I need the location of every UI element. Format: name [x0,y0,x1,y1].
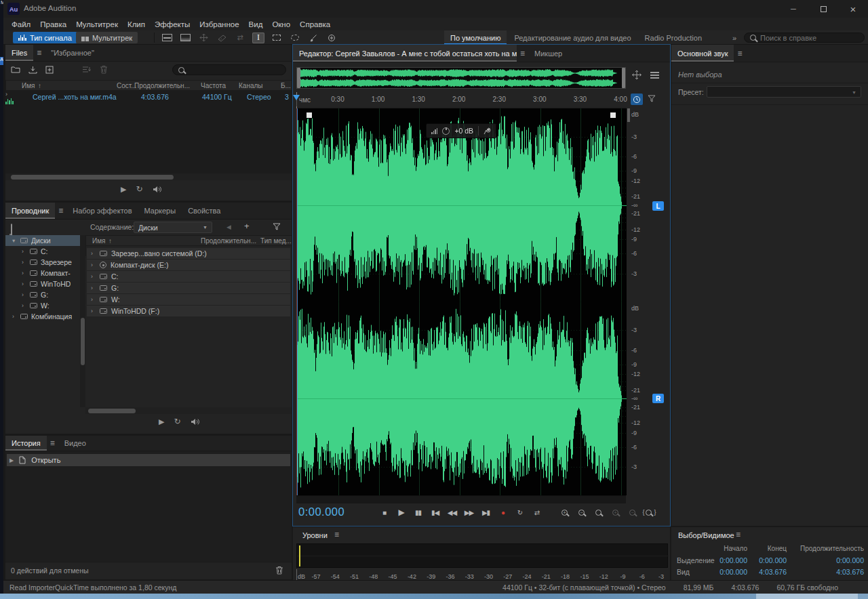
tree-item[interactable]: ›W: [5,300,80,311]
new-item-icon[interactable] [45,66,54,74]
files-search-box[interactable] [172,64,286,75]
zoom-selection-button[interactable]: {} [641,505,658,519]
tab-files[interactable]: Files [5,45,33,61]
preview-play-icon[interactable]: ▶ [159,417,164,426]
scrollbar-thumb[interactable] [81,318,85,365]
multitrack-button[interactable]: Мультитрек [76,32,138,43]
panel-menu-icon[interactable]: ≡ [732,530,744,539]
tab-essential-sound[interactable]: Основной звук [671,45,734,62]
maximize-button[interactable] [808,0,838,18]
menu-item[interactable]: Справка [295,19,335,30]
skip-to-previous-button[interactable]: ▮◀ [427,505,443,519]
expander-icon[interactable]: › [91,296,96,303]
pan-navigate-icon[interactable] [631,70,642,80]
file-name[interactable]: Сергей ...хоть на миг.m4a [33,93,117,101]
auto-play-speaker-icon[interactable] [153,186,162,193]
workspace-overflow-chevron[interactable]: » [729,33,740,43]
zoom-in-time-button[interactable]: + [556,505,573,519]
snap-toggle[interactable] [631,94,643,105]
menu-item[interactable]: Клип [123,19,150,30]
overview-strip[interactable] [296,67,626,89]
waveform-type-button[interactable]: Тип сигнала [13,32,77,43]
preview-loop-icon[interactable]: ↻ [136,184,142,194]
trash-icon[interactable] [100,65,108,74]
playhead-marker[interactable] [293,95,300,100]
stop-button[interactable]: ■ [376,505,393,519]
expander-icon[interactable]: › [22,270,26,276]
panel-menu-icon[interactable]: ≡ [33,45,45,61]
overview-right-handle[interactable] [622,68,625,88]
time-selection-tool-icon[interactable]: I [252,33,264,43]
menu-item[interactable]: Избранное [195,19,243,30]
expander-icon[interactable]: › [91,262,96,268]
time-value[interactable]: 0:00.000 [712,556,787,564]
files-hscroll-track[interactable] [5,173,292,180]
zoom-full-button[interactable] [590,505,607,519]
time-value[interactable]: 4:03.676 [712,568,787,576]
tab-history[interactable]: История [5,436,47,451]
list-item[interactable]: ›C: [87,271,290,282]
back-icon[interactable]: ◀ [226,224,231,230]
tree-item[interactable]: ›G: [5,289,80,300]
panel-menu-icon[interactable]: ≡ [331,530,342,539]
tab-markers[interactable]: Маркеры [138,203,182,219]
marquee-selection-tool-icon[interactable] [271,33,283,43]
levels-title[interactable]: Уровни [302,531,328,539]
tab-video[interactable]: Видео [58,436,92,451]
loop-playback-button[interactable]: ↻ [511,505,528,519]
list-item[interactable]: ›Зарезер...вано системой (D:) [87,248,290,259]
auto-play-speaker-icon[interactable] [191,418,200,426]
slip-tool-icon[interactable]: ⇄ [234,33,246,43]
expander-icon[interactable]: › [12,313,17,320]
list-item[interactable]: ›WinToHDD (F:) [87,306,290,316]
list-item[interactable]: ›Компакт-диск (E:) [87,260,290,270]
tree-item[interactable]: ▾Диски [5,235,80,246]
spot-healing-brush-tool-icon[interactable] [326,33,338,43]
workspace-radio-production[interactable]: Radio Production [639,30,708,45]
column-header[interactable]: Имя [22,82,35,89]
tab-media-browser[interactable]: Проводник [5,203,55,219]
tree-item[interactable]: ›C: [5,246,80,257]
expander-icon[interactable]: › [91,308,96,314]
zoom-out-time-button[interactable]: − [573,505,590,519]
panel-menu-icon[interactable]: ≡ [55,203,66,219]
preset-dropdown[interactable]: ▼ [707,86,861,98]
import-file-icon[interactable] [28,66,37,74]
minimize-button[interactable]: ─ [778,0,808,18]
hud-gain-value[interactable]: +0 dB [454,127,473,135]
close-button[interactable]: × [838,0,868,18]
waveform-display[interactable]: +0 dB [296,108,626,495]
overview-left-handle[interactable] [297,68,300,88]
menu-item[interactable]: Вид [244,19,268,30]
history-item[interactable]: ▶Открыть [7,454,290,466]
column-header[interactable]: Б... [281,82,291,89]
channel-right-badge[interactable]: R [652,394,664,403]
column-header[interactable]: Частота [201,82,226,89]
paintbrush-tool-icon[interactable] [307,33,319,43]
filter-funnel-icon[interactable] [273,223,281,231]
menu-item[interactable]: Мультитрек [71,19,123,30]
tree-vscroll-track[interactable] [80,235,85,407]
selection-view-title[interactable]: Выбор/Видимое [678,531,734,539]
waveform-editor-view-icon[interactable] [161,33,173,43]
tab-editor[interactable]: Редактор: Сергей Завьялов - А мне с тобо… [293,45,517,62]
tree-item[interactable]: ›WinToHD [5,278,80,289]
skip-selection-button[interactable]: ⇄ [528,505,545,519]
timeline-ruler[interactable]: чмс0:301:001:302:002:303:003:304:00 [296,92,626,108]
column-header[interactable]: Продолжительн... [134,82,190,89]
open-folder-icon[interactable] [11,66,20,73]
fast-forward-button[interactable]: ▶▶ [460,505,477,519]
expander-icon[interactable]: › [91,273,96,280]
expander-icon[interactable]: › [91,250,96,257]
waveform-canvas[interactable] [297,108,627,495]
level-meter[interactable] [296,543,668,568]
tab-mixer[interactable]: Микшер [528,45,568,62]
razor-tool-icon[interactable] [216,33,228,43]
workspace-default[interactable]: По умолчанию [444,30,507,45]
column-header[interactable]: Тип мед... [260,237,292,245]
workspace-audio-for-video[interactable]: Редактирование аудио для видео [508,30,637,45]
expander-icon[interactable]: › [22,259,26,266]
column-header[interactable]: Имя [92,237,105,245]
skip-to-next-button[interactable]: ▶▮ [477,505,494,519]
fade-out-handle[interactable] [610,112,616,118]
